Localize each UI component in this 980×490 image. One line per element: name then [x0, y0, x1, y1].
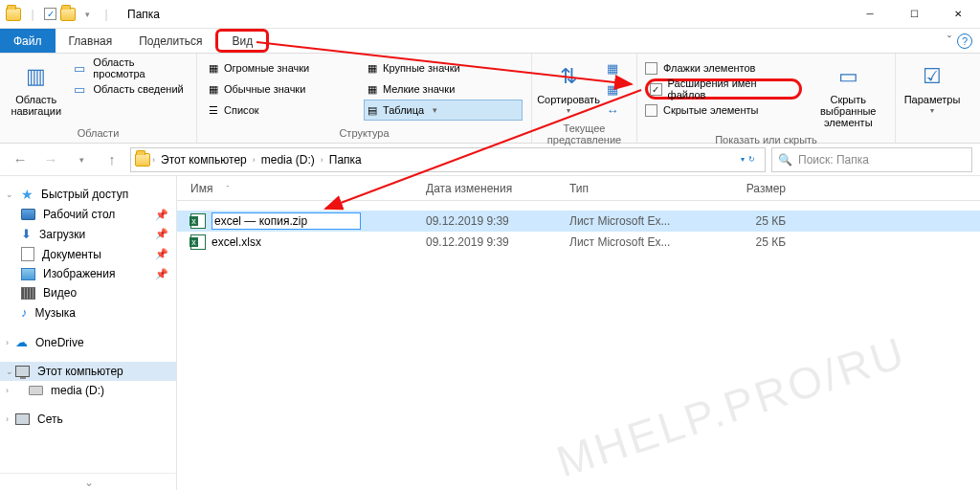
group-label-panes: Области — [8, 125, 189, 141]
search-input[interactable]: 🔍 Поиск: Папка — [771, 147, 972, 172]
view-opt-2[interactable]: ▦ — [605, 78, 620, 100]
col-size[interactable]: Размер — [713, 182, 799, 195]
ribbon-group-layout: ▦Огромные значки ▦Крупные значки ▦Обычны… — [197, 54, 532, 143]
address-bar: ← → ▾ ↑ › Этот компьютер› media (D:)› Па… — [0, 144, 980, 176]
folder-icon — [135, 152, 150, 167]
nav-documents[interactable]: Документы📌 — [0, 244, 176, 264]
layout-table[interactable]: ▤Таблица — [364, 100, 523, 121]
documents-icon — [21, 247, 34, 261]
col-date[interactable]: Дата изменения — [426, 182, 569, 195]
nav-drive[interactable]: ›media (D:) — [0, 381, 176, 400]
tab-view[interactable]: Вид — [215, 29, 269, 53]
excel-icon — [190, 213, 206, 229]
qat-divider-2: | — [99, 7, 114, 22]
forward-button[interactable]: → — [38, 147, 63, 172]
sort-button[interactable]: ⇅ Сортировать ▾ — [540, 57, 597, 120]
nav-pictures[interactable]: Изображения📌 — [0, 264, 176, 283]
file-row[interactable]: 09.12.2019 9:39 Лист Microsoft Ex... 25 … — [177, 211, 980, 232]
qat-dropdown[interactable]: ▾ — [79, 7, 95, 22]
nav-quick-access[interactable]: ⌄★Быстрый доступ — [0, 184, 176, 205]
checkbox-icon[interactable]: ✓ — [44, 8, 56, 20]
checkbox-icon — [645, 104, 657, 117]
options-button[interactable]: ☑ Параметры ▾ — [903, 57, 961, 120]
music-icon: ♪ — [21, 305, 28, 320]
network-icon — [15, 413, 30, 425]
rename-input[interactable] — [212, 212, 361, 230]
folder-icon — [6, 7, 21, 22]
layout-large[interactable]: ▦Крупные значки — [364, 57, 523, 78]
preview-pane-button[interactable]: ▭Область просмотра — [72, 57, 189, 78]
breadcrumb-seg-2[interactable]: Папка — [325, 153, 366, 167]
folder-icon-2 — [60, 7, 76, 22]
layout-normal[interactable]: ▦Обычные значки — [205, 78, 364, 100]
checkboxes-toggle[interactable]: Флажки элементов — [645, 57, 802, 78]
breadcrumb-seg-1[interactable]: media (D:) — [257, 153, 319, 167]
pin-icon: 📌 — [155, 248, 168, 260]
maximize-button[interactable]: ☐ — [892, 0, 936, 29]
help-icon[interactable]: ? — [957, 33, 972, 49]
layout-huge[interactable]: ▦Огромные значки — [205, 57, 364, 78]
layout-small[interactable]: ▦Мелкие значки — [364, 78, 523, 100]
column-headers: Имяˆ Дата изменения Тип Размер — [177, 176, 980, 201]
back-button[interactable]: ← — [8, 147, 33, 172]
up-button[interactable]: ↑ — [100, 147, 124, 172]
downloads-icon: ⬇ — [21, 227, 32, 241]
pin-icon: 📌 — [155, 209, 168, 221]
pictures-icon — [21, 268, 35, 280]
pc-icon — [15, 366, 30, 377]
tab-share[interactable]: Поделиться — [125, 29, 215, 53]
hide-icon: ▭ — [833, 61, 863, 92]
ribbon-group-view: ⇅ Сортировать ▾ ▦ ▦ ↔ Текущее представле… — [532, 54, 637, 143]
view-opt-1[interactable]: ▦ — [605, 57, 620, 78]
navigation-pane: ⌄★Быстрый доступ Рабочий стол📌 ⬇Загрузки… — [0, 176, 177, 490]
breadcrumb-seg-0[interactable]: Этот компьютер — [157, 153, 251, 167]
nav-scroll-down[interactable]: ⌄ — [0, 473, 177, 490]
group-label-layout: Структура — [205, 125, 523, 141]
tab-file[interactable]: Файл — [0, 29, 56, 53]
cloud-icon: ☁ — [15, 335, 28, 349]
search-icon: 🔍 — [778, 153, 792, 167]
hide-selected-button[interactable]: ▭ Скрыть выбранные элементы — [810, 57, 887, 132]
col-type[interactable]: Тип — [569, 182, 713, 195]
nav-onedrive[interactable]: ›☁OneDrive — [0, 332, 176, 352]
checkbox-icon — [645, 62, 657, 75]
titlebar: | ✓ ▾ | Папка ─ ☐ ✕ — [0, 0, 980, 29]
view-opt-3[interactable]: ↔ — [605, 100, 620, 121]
excel-icon — [190, 234, 206, 250]
nav-thispc[interactable]: ⌄Этот компьютер — [0, 362, 176, 381]
tab-home[interactable]: Главная — [56, 29, 126, 53]
recent-button[interactable]: ▾ — [69, 147, 94, 172]
quick-access-toolbar: | ✓ ▾ | — [0, 7, 120, 22]
nav-pane-label: Область навигации — [11, 94, 61, 117]
desktop-icon — [21, 209, 35, 220]
nav-downloads[interactable]: ⬇Загрузки📌 — [0, 224, 176, 244]
details-pane-icon: ▭ — [72, 81, 87, 97]
col-name[interactable]: Имяˆ — [177, 182, 426, 195]
drive-icon — [29, 386, 43, 395]
extensions-toggle[interactable]: Расширения имен файлов — [645, 78, 802, 100]
close-button[interactable]: ✕ — [936, 0, 980, 29]
hidden-toggle[interactable]: Скрытые элементы — [645, 100, 802, 121]
group-label-showhide: Показать или скрыть — [645, 132, 887, 147]
details-pane-button[interactable]: ▭Область сведений — [72, 78, 189, 100]
ribbon-group-options: ☑ Параметры ▾ — [896, 54, 972, 143]
ribbon-group-panes: ▥ Область навигации ▭Область просмотра ▭… — [0, 54, 197, 143]
ribbon-collapse-icon[interactable]: ˇ — [947, 34, 951, 48]
window-controls: ─ ☐ ✕ — [848, 0, 980, 29]
nav-desktop[interactable]: Рабочий стол📌 — [0, 205, 176, 224]
nav-music[interactable]: ♪Музыка — [0, 302, 176, 323]
file-row[interactable]: excel.xlsx 09.12.2019 9:39 Лист Microsof… — [177, 232, 980, 253]
nav-pane-icon: ▥ — [21, 61, 52, 92]
minimize-button[interactable]: ─ — [848, 0, 892, 29]
breadcrumb[interactable]: › Этот компьютер› media (D:)› Папка ▾ ↻ — [130, 147, 766, 172]
refresh-button[interactable]: ▾ ↻ — [735, 155, 761, 164]
nav-network[interactable]: ›Сеть — [0, 410, 176, 429]
window-title: Папка — [127, 8, 160, 21]
layout-list[interactable]: ☰Список — [205, 100, 364, 121]
nav-pane-button[interactable]: ▥ Область навигации — [8, 57, 64, 121]
qat-divider: | — [25, 7, 40, 22]
nav-videos[interactable]: Видео — [0, 283, 176, 302]
options-icon: ☑ — [917, 61, 947, 92]
ribbon: ▥ Область навигации ▭Область просмотра ▭… — [0, 54, 980, 144]
ribbon-group-showhide: Флажки элементов Расширения имен файлов … — [637, 54, 896, 143]
